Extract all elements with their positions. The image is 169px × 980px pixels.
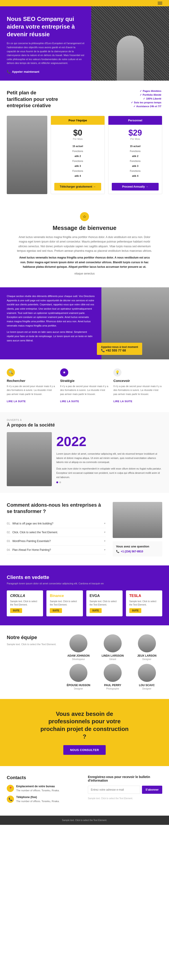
price-card-paid-label: Personnel <box>112 119 159 122</box>
newsletter-subscribe-button[interactable]: S'abonner <box>142 786 162 794</box>
team-member-3: ÉPOUSE HUSSON Designer <box>63 664 94 690</box>
hero-image <box>91 6 169 81</box>
contact-location-value: The number of offices. Toranku, Rnaka. <box>16 789 59 792</box>
faq-left: Comment aidons-nous les entreprises à se… <box>7 502 106 557</box>
pricing-title: Petit plan de tarification pour votre en… <box>7 90 61 109</box>
client-suite-btn-3[interactable]: SUITE <box>129 608 141 613</box>
pricing-header: Petit plan de tarification pour votre en… <box>7 90 162 109</box>
menu-bar <box>0 0 169 6</box>
hero-title: Nous SEO Company qui aidera votre entrep… <box>7 15 84 38</box>
hero-section: Nous SEO Company qui aidera votre entrep… <box>0 6 169 81</box>
content-left: Chaque section révèle des éléments diffé… <box>0 287 101 360</box>
hamburger-menu[interactable] <box>158 2 162 5</box>
team-title: Notre équipe <box>7 634 56 641</box>
about-dot-2[interactable] <box>59 482 61 483</box>
client-text-0: Sample text. Click to select the Text El… <box>10 600 40 606</box>
faq-item-4[interactable]: 04.Plan Ahead For Home Painting? ▼ <box>7 546 106 554</box>
clients-grid: CROLLA Sample text. Click to select the … <box>7 590 162 616</box>
faq-phone[interactable]: 📞 +1 (234) 567-8910 <box>116 550 159 553</box>
content-para2: Le lorem ipsum est un texte en latin san… <box>7 330 95 342</box>
client-suite-btn-0[interactable]: SUITE <box>10 608 22 613</box>
client-text-3: Sample text. Click to select the Text El… <box>129 600 159 606</box>
client-logo-evga: EVGA <box>90 594 119 598</box>
feature-1: ✓Pages illimitées <box>131 90 162 92</box>
price-card-free-features: 15 actuel Fonctions atik 2 Fonctions ati… <box>51 142 105 181</box>
contact-phone-text: Téléphone (fixe) The number of offices. … <box>16 795 59 803</box>
contact-phone-title: Téléphone (fixe) <box>16 795 59 799</box>
chevron-down-icon: ▼ <box>104 531 106 533</box>
price-card-paid-header: Personnel <box>108 116 162 125</box>
about-label: OUVERTS À <box>7 419 162 421</box>
pricing-header-left: Petit plan de tarification pour votre en… <box>7 90 61 109</box>
col-strategie-title: Stratégie <box>60 379 109 383</box>
welcome-para1: Amet luctus venenatis lectus magna fring… <box>17 235 152 253</box>
client-logo-binance: Binance <box>50 594 79 598</box>
team-description: Sample text. Click to select the Text El… <box>7 643 56 646</box>
pricing-header-right: ✓Pages illimitées ✓Portfolio Illimité ✓1… <box>131 90 162 109</box>
col-rechercher-text: Il n'y a pas de secret pour réussir mais… <box>7 384 56 396</box>
price-card-paid-button[interactable]: Proceed Annually → <box>112 183 159 191</box>
price-card-paid-per: Per Mois <box>111 138 160 140</box>
faq-phone-number: +1 (234) 567-8910 <box>121 550 143 553</box>
contact-info-phone: 📞 Téléphone (fixe) The number of offices… <box>7 795 81 803</box>
pricing-cards-container: Pour l'équipe $0 Per Mois 15 actuel Fonc… <box>47 116 162 194</box>
price-card-free-amount: $0 <box>53 128 102 138</box>
col-strategie-button[interactable]: LIRE LA SUITE <box>60 400 79 402</box>
faq-item-1[interactable]: 01.What is off page seo link building? ▼ <box>7 519 106 528</box>
client-text-1: Sample text. Click to select the Text El… <box>50 600 79 606</box>
team-name-1: LINDA LARSSON <box>97 654 128 657</box>
price-card-paid: Personnel $29 Per Mois 15 actuel Fonctio… <box>108 116 162 194</box>
team-right: ADAM JOHNSON Développeur LINDA LARSSON G… <box>63 634 162 690</box>
team-member-1: LINDA LARSSON Gérant <box>97 634 128 660</box>
hero-person-figure <box>117 36 144 81</box>
price-card-free: Pour l'équipe $0 Per Mois 15 actuel Fonc… <box>51 116 105 194</box>
content-call-text: Appelez-nous à tout moment <box>101 345 138 348</box>
cta-title: Vous avez besoin de professionnels pour … <box>40 710 129 741</box>
pricing-person-figure <box>7 116 47 194</box>
team-name-2: JEUX LARSON <box>131 654 162 657</box>
client-logo-crolla: CROLLA <box>10 594 40 598</box>
welcome-para3: vitaque senectus <box>17 271 152 276</box>
team-role-1: Gérant <box>97 658 128 660</box>
client-suite-btn-1[interactable]: SUITE <box>50 608 62 613</box>
content-para1: Chaque section révèle des éléments diffé… <box>7 294 95 328</box>
team-role-5: Designer <box>131 687 162 690</box>
contacts-title: Contacts <box>7 775 81 780</box>
faq-question-title: Vous avez une question <box>116 545 159 548</box>
col-concevoir-button[interactable]: LIRE LA SUITE <box>113 400 132 402</box>
about-content: 2022 Lorem ipsum dolor sit amet, consect… <box>7 432 162 486</box>
content-right: Appelez-nous à tout moment 📞 +92 555 77 … <box>101 287 169 360</box>
client-logo-tesla: TESLA <box>129 594 159 598</box>
newsletter-email-input[interactable] <box>88 786 140 794</box>
col-strategie-text: Il n'y a pas de secret pour réussir mais… <box>60 384 109 396</box>
feature-2: ✓Portfolio Illimité <box>131 94 162 96</box>
phone-icon: 📞 <box>7 70 11 74</box>
price-card-free-label: Pour l'équipe <box>54 119 101 122</box>
price-card-free-price: $0 Per Mois <box>51 125 105 142</box>
hero-cta-button[interactable]: 📞 Appeler maintenant <box>7 70 39 74</box>
faq-item-3[interactable]: 03.WordPress Painting Essentials? ▼ <box>7 537 106 546</box>
clients-description: Paragraph lorem ipsum dolor sit amet con… <box>7 582 162 585</box>
price-card-free-button[interactable]: Télécharger gratuitement → <box>54 183 101 191</box>
team-grid: ADAM JOHNSON Développeur LINDA LARSSON G… <box>63 634 162 690</box>
team-name-0: ADAM JOHNSON <box>63 654 94 657</box>
client-text-2: Sample text. Click to select the Text El… <box>90 600 119 606</box>
cta-button[interactable]: NOUS CONSULTER <box>63 745 106 755</box>
newsletter-form: S'abonner <box>88 786 162 794</box>
team-member-0: ADAM JOHNSON Développeur <box>63 634 94 660</box>
rechercher-icon: 🔍 <box>7 368 15 377</box>
star-icon: ☆ <box>83 214 86 219</box>
contacts-left: Contacts 📍 Emplacement de votre bureau T… <box>7 775 81 807</box>
contact-info-location: 📍 Emplacement de votre bureau The number… <box>7 785 81 792</box>
team-avatar-1 <box>104 634 122 652</box>
about-dot-1[interactable] <box>56 482 58 483</box>
col-rechercher-button[interactable]: LIRE LA SUITE <box>7 400 26 402</box>
client-card-3: TESLA Sample text. Click to select the T… <box>126 590 162 616</box>
pricing-left-image <box>7 116 47 194</box>
three-col-section: 🔍 Rechercher Il n'y a pas de secret pour… <box>0 360 169 412</box>
faq-item-2[interactable]: 02.Click. Click to select the Text Eleme… <box>7 528 106 537</box>
content-phone[interactable]: 📞 +92 555 77 68 <box>101 348 138 352</box>
client-suite-btn-2[interactable]: SUITE <box>90 608 102 613</box>
col-concevoir-text: Il n'y a pas de secret pour réussir mais… <box>113 384 162 396</box>
clients-title: Clients en vedette <box>7 574 162 580</box>
